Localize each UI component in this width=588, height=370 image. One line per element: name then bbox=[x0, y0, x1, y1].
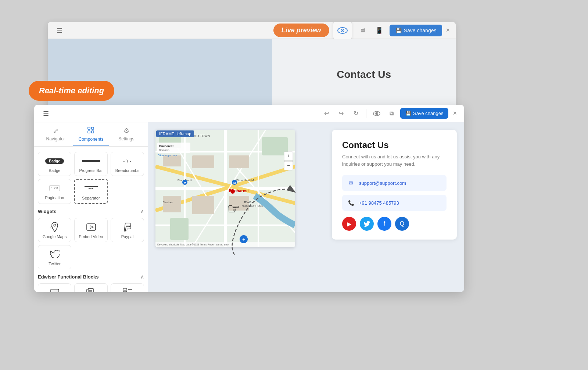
component-breadcrumbs[interactable]: - ) - Breadcrumbs bbox=[111, 152, 144, 176]
functional-title: Edwiser Functional Blocks bbox=[38, 274, 98, 280]
refresh-button[interactable]: ↻ bbox=[350, 108, 362, 119]
svg-text:Bucharest: Bucharest bbox=[159, 144, 173, 148]
widget-twitter[interactable]: Twitter bbox=[38, 245, 71, 269]
map-container[interactable]: OLD TOWN Bucharest Piața Unirii Piața Un… bbox=[155, 130, 295, 247]
social-row: ▶ f Q bbox=[342, 217, 447, 231]
svg-rect-45 bbox=[192, 155, 214, 168]
component-separator[interactable]: Separator bbox=[74, 179, 108, 204]
functional-grid: Modal Courses bbox=[38, 283, 144, 292]
toolbar-divider bbox=[366, 109, 366, 118]
map-svg: OLD TOWN Bucharest Piața Unirii Piața Un… bbox=[155, 130, 295, 247]
component-pagination[interactable]: 123 Pagination bbox=[38, 179, 71, 204]
phone-icon: 📞 bbox=[347, 198, 355, 207]
twitter-btn-icon bbox=[363, 221, 370, 227]
hamburger-icon[interactable]: ☰ bbox=[40, 108, 52, 119]
svg-rect-23 bbox=[123, 288, 127, 290]
tab-components[interactable]: Components bbox=[73, 122, 108, 146]
contact-subtitle: Connect with us and let us assist you wi… bbox=[342, 153, 447, 168]
preview-button[interactable] bbox=[371, 108, 383, 119]
widget-google-maps[interactable]: Google Maps bbox=[38, 218, 71, 242]
svg-rect-44 bbox=[163, 155, 181, 166]
svg-rect-7 bbox=[92, 127, 94, 129]
twitter-icon bbox=[50, 249, 60, 259]
close-button[interactable]: × bbox=[451, 108, 458, 119]
widget-paypal[interactable]: Paypal bbox=[111, 218, 144, 242]
main-editor-window: ☰ ↩ ↪ ↻ ⧉ 💾 Save changes × ⤢ bbox=[34, 105, 464, 292]
bg-tablet-icon[interactable]: 📱 bbox=[373, 24, 386, 37]
contact-phone: +91 98475 485793 bbox=[359, 200, 399, 206]
bg-hamburger-icon: ☰ bbox=[54, 25, 65, 36]
svg-text:View larger map: View larger map bbox=[158, 154, 177, 157]
save-changes-button[interactable]: 💾 Save changes bbox=[400, 108, 448, 119]
realtime-editing-label: Real-time editing bbox=[29, 81, 114, 101]
q-button[interactable]: Q bbox=[395, 217, 409, 231]
facebook-button[interactable]: f bbox=[377, 217, 391, 231]
main-body: ⤢ Navigator Components ⚙ bbox=[34, 122, 464, 292]
twitter-button[interactable] bbox=[360, 217, 374, 231]
badge-icon: Badge bbox=[45, 156, 64, 166]
functional-courses[interactable]: Courses bbox=[74, 283, 108, 292]
svg-rect-14 bbox=[51, 289, 59, 292]
contact-email: support@support.com bbox=[359, 180, 406, 186]
bg-close-button[interactable]: × bbox=[446, 26, 450, 34]
component-grid: Badge Badge Progress Bar - ) - bbox=[38, 152, 144, 204]
component-badge[interactable]: Badge Badge bbox=[38, 152, 71, 176]
svg-rect-9 bbox=[92, 131, 94, 133]
undo-button[interactable]: ↩ bbox=[320, 108, 332, 119]
breadcrumbs-icon: - ) - bbox=[123, 156, 131, 166]
svg-point-61 bbox=[230, 189, 235, 194]
content-area: IFRAME .left-map bbox=[148, 122, 464, 292]
svg-rect-46 bbox=[229, 155, 249, 168]
device-icon[interactable]: ⧉ bbox=[386, 108, 397, 119]
bg-contact-title: Contact Us bbox=[337, 69, 391, 80]
svg-line-10 bbox=[51, 226, 52, 228]
components-icon bbox=[87, 127, 94, 135]
sidebar: ⤢ Navigator Components ⚙ bbox=[34, 122, 148, 292]
functional-toggle[interactable]: ∧ bbox=[140, 274, 144, 280]
tab-settings[interactable]: ⚙ Settings bbox=[109, 122, 144, 146]
save-btn-icon: 💾 bbox=[405, 111, 411, 116]
embed-video-icon bbox=[86, 222, 96, 232]
eye-icon bbox=[337, 27, 348, 34]
svg-text:M: M bbox=[184, 181, 186, 184]
bg-contact-area: Contact Us bbox=[272, 39, 456, 110]
courses-icon bbox=[86, 287, 96, 292]
bg-toolbar: ☰ Live preview 🖥 📱 💾 Save changes × bbox=[48, 22, 456, 39]
bg-monitor-icon[interactable]: 🖥 bbox=[356, 24, 369, 37]
contact-title: Contact Us bbox=[342, 140, 447, 150]
bg-eye-button[interactable] bbox=[333, 22, 352, 40]
svg-point-2 bbox=[342, 30, 343, 31]
tab-navigator[interactable]: ⤢ Navigator bbox=[38, 122, 73, 146]
separator-icon bbox=[84, 183, 98, 194]
settings-icon: ⚙ bbox=[123, 127, 129, 135]
contact-email-row[interactable]: ✉ support@support.com bbox=[342, 175, 447, 191]
iframe-label: IFRAME .left-map bbox=[156, 130, 194, 137]
svg-text:OLD TOWN: OLD TOWN bbox=[192, 134, 210, 138]
youtube-button[interactable]: ▶ bbox=[342, 217, 356, 231]
functional-modal[interactable]: Modal bbox=[38, 283, 71, 292]
save-icon: 💾 bbox=[395, 28, 402, 33]
widgets-title: Widgets bbox=[38, 209, 56, 214]
categories-icon bbox=[123, 287, 132, 292]
svg-text:−: − bbox=[287, 162, 290, 168]
functional-section-header: Edwiser Functional Blocks ∧ bbox=[38, 274, 144, 280]
contact-phone-row[interactable]: 📞 +91 98475 485793 bbox=[342, 195, 447, 211]
widget-embed-video[interactable]: Embed Video bbox=[74, 218, 108, 242]
svg-rect-12 bbox=[87, 224, 96, 230]
svg-text:Carefour: Carefour bbox=[163, 201, 173, 204]
functional-categories[interactable]: Categories bbox=[111, 283, 144, 292]
redo-button[interactable]: ↪ bbox=[335, 108, 347, 119]
component-progress-bar[interactable]: Progress Bar bbox=[74, 152, 108, 176]
svg-rect-48 bbox=[163, 196, 181, 212]
svg-text:NEIGHBORHOOD: NEIGHBORHOOD bbox=[242, 205, 263, 207]
svg-point-5 bbox=[376, 113, 377, 114]
svg-text:Keyboard shortcuts  Map data ©: Keyboard shortcuts Map data ©2023 Terms … bbox=[157, 243, 230, 246]
email-icon: ✉ bbox=[347, 179, 355, 187]
svg-rect-43 bbox=[170, 218, 189, 240]
bg-save-changes-button[interactable]: 💾 Save changes bbox=[390, 25, 442, 36]
eye-small-icon bbox=[373, 111, 380, 116]
bg-live-preview-button[interactable]: Live preview bbox=[273, 24, 329, 37]
widgets-toggle[interactable]: ∧ bbox=[140, 208, 144, 214]
widgets-grid: Google Maps Embed Video bbox=[38, 218, 144, 269]
modal-icon bbox=[50, 287, 60, 292]
